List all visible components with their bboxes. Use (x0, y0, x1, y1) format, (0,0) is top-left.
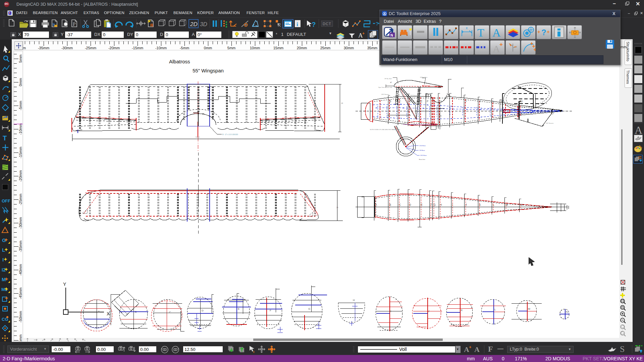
svg-text:B - 17 x 3.0 0.08.000: B - 17 x 3.0 0.08.000 (222, 133, 238, 135)
svg-text:G: G (308, 307, 310, 310)
svg-text:28: 28 (341, 102, 343, 104)
svg-text:1/8 Music: 1/8 Music (419, 149, 425, 151)
svg-text:F: F (270, 309, 271, 312)
svg-text:T: T (477, 26, 484, 39)
svg-text:3/32 Music: 3/32 Music (420, 155, 427, 156)
svg-text:A: A (98, 310, 100, 313)
svg-text:N: N (520, 112, 523, 116)
svg-text:B: B (389, 99, 391, 103)
svg-text:Brass liner: Brass liner (419, 159, 426, 160)
svg-text:A: A (493, 43, 500, 54)
svg-text:-45mm: -45mm (18, 288, 22, 299)
svg-text:2D: 2D (190, 21, 198, 27)
svg-text:-10mm: -10mm (155, 46, 167, 50)
svg-text:K: K (461, 309, 463, 312)
svg-text:5mm: 5mm (18, 55, 22, 63)
svg-text:i: i (297, 21, 298, 27)
svg-text:30mm: 30mm (344, 46, 354, 50)
svg-text:1/16 Music: 1/16 Music (419, 145, 426, 146)
svg-text:H: H (439, 99, 441, 103)
svg-text:N: N (390, 33, 393, 37)
svg-text:4°: 4° (390, 81, 392, 83)
svg-text:M: M (2, 277, 6, 282)
svg-text:55.00: 55.00 (196, 136, 200, 138)
svg-text:20mm: 20mm (297, 46, 307, 50)
svg-text:A: A (492, 26, 501, 39)
svg-text:C: C (399, 99, 401, 103)
svg-text:-35mm: -35mm (38, 46, 49, 50)
svg-text:X: X (107, 311, 110, 316)
svg-text:x: x (466, 26, 468, 30)
svg-text:?: ? (376, 21, 378, 26)
svg-text:-10mm: -10mm (18, 123, 22, 135)
svg-text:J: J (465, 99, 467, 103)
svg-text:P: P (73, 21, 75, 27)
svg-text:5mm: 5mm (227, 46, 235, 50)
svg-text:-15mm: -15mm (18, 147, 22, 158)
svg-text:+: + (547, 29, 550, 35)
svg-text:?: ? (541, 28, 546, 37)
svg-text:O: O (551, 111, 553, 115)
svg-text:-40mm: -40mm (23, 46, 26, 50)
svg-text:-30mm: -30mm (18, 217, 22, 229)
svg-text:I: I (2, 257, 4, 262)
svg-text:-55mm: -55mm (18, 335, 22, 341)
svg-text:K: K (479, 99, 481, 103)
svg-text:DCT: DCT (323, 22, 331, 26)
svg-text:35mm: 35mm (367, 46, 378, 50)
svg-text:L: L (494, 308, 496, 311)
svg-text:I2: I2 (2, 267, 6, 273)
svg-text:55" Wingspan: 55" Wingspan (193, 68, 224, 73)
svg-text:Y: Y (63, 282, 66, 287)
svg-text:L: L (2, 247, 5, 253)
svg-text:Albatross: Albatross (169, 59, 190, 64)
svg-text:M: M (528, 307, 530, 310)
svg-text:N: N (566, 310, 568, 313)
svg-text:-25mm: -25mm (85, 46, 96, 50)
svg-text:-25mm: -25mm (18, 194, 22, 205)
svg-text:C: C (169, 311, 171, 314)
svg-text:0mm: 0mm (204, 46, 212, 50)
svg-text:OFF: OFF (2, 198, 10, 203)
svg-text:3D: 3D (200, 21, 207, 27)
svg-text:NOTE: ROWS OF LINE DENOTES PAN: NOTE: ROWS OF LINE DENOTES PANEL LINES (370, 129, 400, 130)
svg-text:-30mm: -30mm (61, 46, 73, 50)
svg-text:-40mm: -40mm (18, 264, 22, 276)
svg-text:25mm: 25mm (320, 46, 331, 50)
svg-text:+: + (362, 31, 365, 36)
svg-text:-35mm: -35mm (18, 241, 22, 252)
svg-text:-20mm: -20mm (108, 46, 120, 50)
svg-text:L: L (492, 99, 494, 103)
svg-text:?: ? (312, 21, 316, 28)
svg-text:4°: 4° (405, 122, 407, 124)
svg-text:M: M (501, 99, 503, 103)
svg-text:E: E (238, 307, 239, 310)
svg-text:1/8 Sq. Spru: 1/8 Sq. Spru (384, 78, 392, 79)
svg-text:10mm: 10mm (250, 46, 260, 50)
svg-text:1/8 Sq. Spru: 1/8 Sq. Spru (420, 76, 427, 78)
svg-text:R: R (150, 23, 154, 28)
svg-text:-5mm: -5mm (180, 46, 189, 50)
svg-text:D: D (202, 309, 204, 312)
svg-text:E: E (420, 99, 422, 103)
svg-text:0mm: 0mm (18, 78, 22, 86)
svg-text:H: H (439, 114, 441, 118)
svg-text:T: T (3, 134, 7, 142)
svg-text:x: x (253, 350, 255, 354)
svg-text:14: 14 (336, 206, 338, 208)
svg-text:-50mm: -50mm (18, 311, 22, 322)
svg-text:Spar Trim Stevens side: Spar Trim Stevens side (378, 86, 392, 88)
svg-text:+: + (537, 29, 540, 35)
svg-text:15mm: 15mm (273, 46, 284, 50)
svg-text:H: H (353, 299, 355, 302)
svg-text:-15mm: -15mm (132, 46, 143, 50)
svg-text:-20mm: -20mm (18, 170, 22, 182)
svg-text:3/32 Stevens: 3/32 Stevens (546, 122, 553, 124)
svg-text:-5mm: -5mm (18, 101, 22, 110)
svg-text:F: F (427, 99, 429, 103)
svg-text:3/32 Stevens: 3/32 Stevens (381, 94, 389, 95)
svg-text:+: + (499, 41, 503, 48)
